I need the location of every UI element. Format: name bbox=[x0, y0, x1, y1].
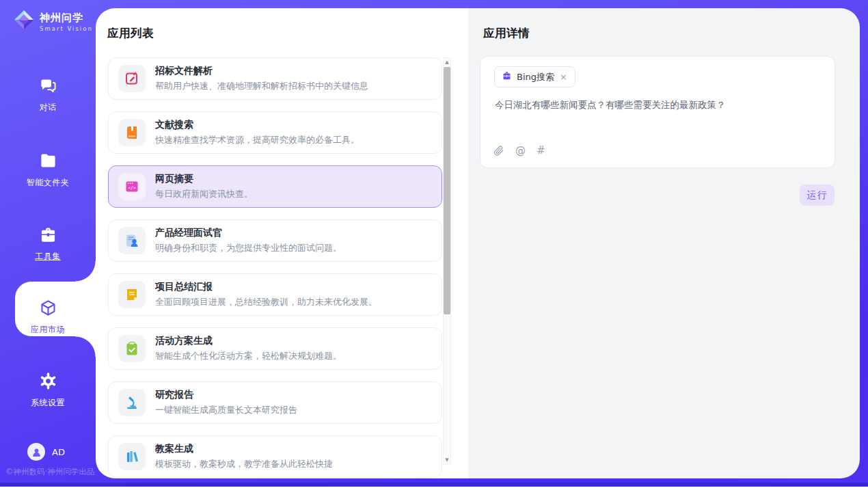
logo-diamond-icon bbox=[14, 10, 34, 33]
logo-subtitle: Smart Vision bbox=[40, 25, 93, 32]
attachment-toolbar: @ # bbox=[493, 144, 545, 157]
app-card[interactable]: 招标文件解析 帮助用户快速、准确地理解和解析招标书中的关键信息 bbox=[108, 57, 442, 100]
sidebar-item-label: 工具集 bbox=[0, 251, 96, 262]
hash-icon[interactable]: # bbox=[537, 144, 545, 157]
scrollbar-thumb[interactable] bbox=[444, 67, 450, 314]
books-icon bbox=[118, 443, 146, 470]
avatar bbox=[27, 443, 45, 461]
sidebar-item-工具集[interactable]: 工具集 bbox=[0, 226, 96, 262]
sidebar: 神州问学 Smart Vision 对话 智能文件夹 工具集 应用市场 系统设置… bbox=[0, 0, 96, 488]
scrollbar[interactable]: ▲ ▼ bbox=[443, 57, 451, 465]
app-desc: 快速精准查找学术资源，提高研究效率的必备工具。 bbox=[155, 134, 360, 146]
cube-icon bbox=[39, 299, 57, 317]
chat-icon bbox=[39, 77, 57, 95]
app-card[interactable]: 研究报告 一键智能生成高质量长文本研究报告 bbox=[108, 381, 442, 424]
app-name: 招标文件解析 bbox=[155, 65, 368, 77]
app-desc: 模板驱动，教案秒成，教学准备从此轻松快捷 bbox=[155, 458, 333, 470]
app-card[interactable]: </> 网页摘要 每日政府新闻资讯快查。 bbox=[108, 165, 442, 208]
app-detail-title: 应用详情 bbox=[483, 26, 530, 41]
close-icon[interactable]: × bbox=[559, 72, 568, 81]
app-detail-panel: 应用详情 Bing搜索 × 今日湖北有哪些新闻要点？有哪些需要关注的最新政策？ … bbox=[468, 8, 860, 478]
sidebar-item-label: 对话 bbox=[0, 102, 96, 113]
query-text[interactable]: 今日湖北有哪些新闻要点？有哪些需要关注的最新政策？ bbox=[495, 99, 821, 111]
user-name: AD bbox=[52, 447, 65, 457]
copyright-text: ©神州数码·神州问学出品 bbox=[5, 467, 94, 477]
app-desc: 明确身份和职责，为您提供专业性的面试问题。 bbox=[155, 242, 342, 254]
sidebar-item-label: 系统设置 bbox=[0, 397, 96, 409]
app-card[interactable]: 教案生成 模板驱动，教案秒成，教学准备从此轻松快捷 bbox=[108, 435, 442, 478]
toolbox-icon bbox=[39, 226, 57, 244]
sidebar-item-label: 智能文件夹 bbox=[0, 177, 96, 189]
tool-tag-label: Bing搜索 bbox=[517, 71, 554, 83]
sidebar-item-智能文件夹[interactable]: 智能文件夹 bbox=[0, 152, 96, 189]
person-doc-icon bbox=[118, 227, 146, 254]
app-card[interactable]: 文献搜索 快速精准查找学术资源，提高研究效率的必备工具。 bbox=[108, 111, 442, 154]
folder-icon bbox=[39, 152, 57, 170]
tool-tag-bing[interactable]: Bing搜索 × bbox=[494, 66, 575, 87]
sidebar-item-应用市场[interactable]: 应用市场 bbox=[0, 299, 96, 336]
paperclip-icon[interactable] bbox=[493, 145, 504, 157]
app-name: 活动方案生成 bbox=[155, 335, 342, 347]
app-desc: 帮助用户快速、准确地理解和解析招标书中的关键信息 bbox=[155, 80, 368, 92]
microscope-icon bbox=[118, 389, 146, 416]
note-icon bbox=[118, 281, 146, 308]
gear-icon bbox=[39, 372, 57, 390]
app-list-panel: 应用列表 招标文件解析 帮助用户快速、准确地理解和解析招标书中的关键信息 文献搜… bbox=[96, 8, 468, 478]
run-button[interactable]: 运行 bbox=[800, 185, 835, 206]
app-name: 网页摘要 bbox=[155, 173, 253, 185]
app-name: 研究报告 bbox=[155, 389, 297, 401]
sidebar-item-系统设置[interactable]: 系统设置 bbox=[0, 372, 96, 409]
app-desc: 一键智能生成高质量长文本研究报告 bbox=[155, 404, 297, 416]
app-desc: 全面回顾项目进展，总结经验教训，助力未来优化发展。 bbox=[155, 296, 377, 308]
clipboard-check-icon bbox=[118, 335, 146, 362]
app-desc: 智能生成个性化活动方案，轻松解决规划难题。 bbox=[155, 350, 342, 362]
browser-code-icon: </> bbox=[118, 173, 146, 200]
app-logo: 神州问学 Smart Vision bbox=[14, 10, 93, 33]
user-account[interactable]: AD bbox=[27, 443, 65, 461]
sidebar-item-对话[interactable]: 对话 bbox=[0, 77, 96, 113]
app-name: 产品经理面试官 bbox=[155, 227, 342, 239]
scroll-down-icon[interactable]: ▼ bbox=[444, 457, 450, 463]
app-name: 文献搜索 bbox=[155, 119, 360, 131]
app-desc: 每日政府新闻资讯快查。 bbox=[155, 188, 253, 200]
app-list-title: 应用列表 bbox=[107, 26, 154, 41]
briefcase-icon bbox=[502, 70, 512, 83]
sidebar-item-label: 应用市场 bbox=[0, 324, 96, 336]
logo-title: 神州问学 bbox=[40, 12, 83, 24]
app-name: 教案生成 bbox=[155, 443, 333, 455]
app-card[interactable]: 活动方案生成 智能生成个性化活动方案，轻松解决规划难题。 bbox=[108, 327, 442, 370]
prompt-input-card[interactable]: Bing搜索 × 今日湖北有哪些新闻要点？有哪些需要关注的最新政策？ @ # bbox=[480, 56, 835, 168]
svg-text:</>: </> bbox=[128, 185, 136, 191]
doc-edit-icon bbox=[118, 65, 146, 92]
app-card[interactable]: 项目总结汇报 全面回顾项目进展，总结经验教训，助力未来优化发展。 bbox=[108, 273, 442, 316]
mention-icon[interactable]: @ bbox=[515, 144, 526, 157]
book-icon bbox=[118, 119, 146, 146]
app-name: 项目总结汇报 bbox=[155, 281, 377, 293]
scroll-up-icon[interactable]: ▲ bbox=[444, 59, 450, 65]
app-card[interactable]: 产品经理面试官 明确身份和职责，为您提供专业性的面试问题。 bbox=[108, 219, 442, 262]
main-content: 应用列表 招标文件解析 帮助用户快速、准确地理解和解析招标书中的关键信息 文献搜… bbox=[96, 8, 860, 478]
